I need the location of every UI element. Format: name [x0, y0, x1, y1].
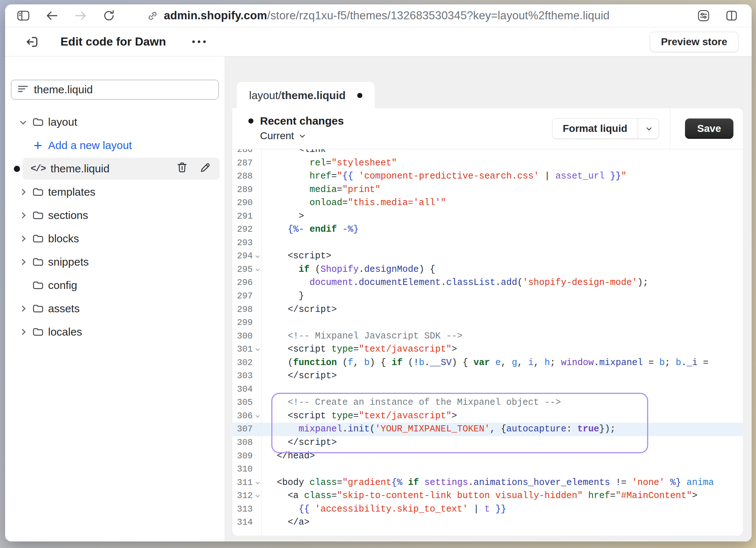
- code-line-286[interactable]: 286 <link: [232, 149, 743, 157]
- chevron-slot: [15, 213, 30, 218]
- line-gutter: 306: [232, 410, 261, 423]
- sidebar-item-theme-liquid[interactable]: </>theme.liquid: [5, 157, 225, 180]
- line-number: 313: [232, 503, 253, 516]
- save-button[interactable]: Save: [685, 118, 733, 139]
- sidebar-item-config[interactable]: config: [5, 274, 225, 297]
- sidebar-item-layout[interactable]: layout: [5, 110, 225, 134]
- file-tree: layout+Add a new layout</>theme.liquidte…: [5, 110, 225, 344]
- code-line-295[interactable]: 295 if (Shopify.designMode) {: [232, 263, 743, 277]
- code-line-296[interactable]: 296 document.documentElement.classList.a…: [232, 276, 743, 290]
- code-line-298[interactable]: 298 </script>: [232, 303, 743, 317]
- code-line-290[interactable]: 290 onload="this.media='all'": [232, 196, 743, 210]
- chevron-right-icon: [20, 329, 26, 335]
- version-selector-label: Current: [260, 130, 294, 142]
- chevron-right-icon: [20, 189, 26, 195]
- pencil-icon[interactable]: [200, 162, 211, 176]
- format-liquid-button[interactable]: Format liquid: [552, 119, 637, 138]
- code-editor[interactable]: 286 <link287 rel="stylesheet"288 href="{…: [232, 149, 743, 536]
- sidebar-item-snippets[interactable]: snippets: [5, 250, 225, 274]
- back-arrow-icon[interactable]: [46, 10, 58, 21]
- line-number: 292: [232, 223, 253, 236]
- code-line-text: media="print": [261, 183, 381, 197]
- preview-store-button[interactable]: Preview store: [650, 32, 739, 52]
- code-line-289[interactable]: 289 media="print": [232, 183, 743, 197]
- chevron-slot: [15, 260, 30, 264]
- app-body: layout+Add a new layout</>theme.liquidte…: [5, 56, 752, 541]
- fold-toggle-icon[interactable]: [256, 480, 260, 484]
- tab-path-prefix: layout/: [249, 89, 281, 102]
- format-options-button[interactable]: [638, 119, 659, 138]
- line-gutter: 298: [232, 303, 261, 317]
- line-number: 299: [232, 316, 253, 330]
- folder-icon: [30, 234, 46, 244]
- add-layout-label: Add a new layout: [48, 139, 132, 152]
- app-header: Edit code for Dawn Preview store: [5, 27, 752, 56]
- code-line-314[interactable]: 314 </a>: [232, 516, 743, 529]
- forward-arrow-icon[interactable]: [74, 10, 87, 21]
- add-new-layout-button[interactable]: +Add a new layout: [5, 134, 225, 157]
- folder-label: snippets: [48, 256, 89, 268]
- address-bar[interactable]: admin.shopify.com/store/rzq1xu-f5/themes…: [147, 9, 610, 22]
- code-line-text: [261, 383, 266, 396]
- reload-icon[interactable]: [103, 9, 115, 22]
- code-line-300[interactable]: 300 <!-- Mixpanel Javascript SDK -->: [232, 330, 743, 343]
- fold-toggle-icon[interactable]: [256, 493, 260, 497]
- code-line-303[interactable]: 303 </script>: [232, 369, 743, 383]
- sidebar-item-locales[interactable]: locales: [5, 320, 225, 344]
- tab-layout-theme-liquid[interactable]: layout/theme.liquid: [237, 82, 375, 109]
- code-file-icon: </>: [31, 163, 46, 174]
- fold-toggle-icon[interactable]: [256, 414, 260, 418]
- fold-slot: [253, 463, 261, 476]
- code-line-307[interactable]: 307 mixpanel.init('YOUR_MIXPANEL_TOKEN',…: [232, 423, 743, 436]
- sidebar-item-assets[interactable]: assets: [5, 297, 225, 320]
- code-line-287[interactable]: 287 rel="stylesheet": [232, 157, 743, 170]
- fold-toggle-icon[interactable]: [256, 254, 260, 258]
- code-line-308[interactable]: 308 </script>: [232, 436, 743, 450]
- sidebar-item-blocks[interactable]: blocks: [5, 227, 225, 250]
- code-line-301[interactable]: 301 <script type="text/javascript">: [232, 343, 743, 356]
- search-input[interactable]: [34, 83, 212, 96]
- code-line-291[interactable]: 291 >: [232, 210, 743, 223]
- fold-slot: [253, 196, 261, 210]
- code-line-310[interactable]: 310: [232, 463, 743, 476]
- fold-slot: [253, 503, 261, 516]
- file-search-box[interactable]: [11, 80, 219, 99]
- sidebar-item-templates[interactable]: templates: [5, 180, 225, 204]
- code-line-288[interactable]: 288 href="{{ 'component-predictive-searc…: [232, 170, 743, 183]
- fold-toggle-icon[interactable]: [256, 347, 260, 351]
- file-label: theme.liquid: [51, 163, 110, 175]
- code-line-299[interactable]: 299: [232, 316, 743, 330]
- folder-label: config: [48, 279, 77, 291]
- chevron-down-icon: [646, 125, 651, 130]
- code-line-313[interactable]: 313 {{ 'accessibility.skip_to_text' | t …: [232, 503, 743, 516]
- version-selector[interactable]: Current: [248, 130, 303, 142]
- code-line-304[interactable]: 304: [232, 383, 743, 396]
- code-line-306[interactable]: 306 <script type="text/javascript">: [232, 410, 743, 423]
- trash-icon[interactable]: [177, 162, 188, 176]
- line-gutter: 286: [232, 149, 261, 157]
- fold-slot: [253, 316, 261, 330]
- sidebar-toggle-icon[interactable]: [17, 10, 30, 21]
- code-line-293[interactable]: 293: [232, 236, 743, 250]
- code-line-292[interactable]: 292 {%- endif -%}: [232, 223, 743, 236]
- code-line-311[interactable]: 311 <body class="gradient{% if settings.…: [232, 476, 743, 490]
- line-gutter: 296: [232, 276, 261, 290]
- code-line-305[interactable]: 305 <!-- Create an instance of the Mixpa…: [232, 396, 743, 410]
- page-settings-icon[interactable]: [697, 9, 710, 22]
- fold-slot: [253, 290, 261, 303]
- code-line-302[interactable]: 302 (function (f, b) { if (!b.__SV) { va…: [232, 356, 743, 370]
- browser-window: admin.shopify.com/store/rzq1xu-f5/themes…: [5, 4, 752, 541]
- exit-editor-icon[interactable]: [24, 34, 40, 50]
- code-line-309[interactable]: 309 </head>: [232, 450, 743, 463]
- editor-main: layout/theme.liquid Recent changes Curre…: [225, 56, 752, 541]
- fold-toggle-icon[interactable]: [256, 267, 260, 271]
- line-gutter: 287: [232, 157, 261, 170]
- folder-icon: [30, 327, 46, 337]
- code-line-294[interactable]: 294 <script>: [232, 250, 743, 263]
- code-line-297[interactable]: 297 }: [232, 290, 743, 303]
- code-line-312[interactable]: 312 <a class="skip-to-content-link butto…: [232, 489, 743, 503]
- split-view-icon[interactable]: [725, 10, 738, 21]
- line-gutter: 309: [232, 450, 261, 463]
- sidebar-item-sections[interactable]: sections: [5, 204, 225, 227]
- more-actions-icon[interactable]: [189, 37, 209, 47]
